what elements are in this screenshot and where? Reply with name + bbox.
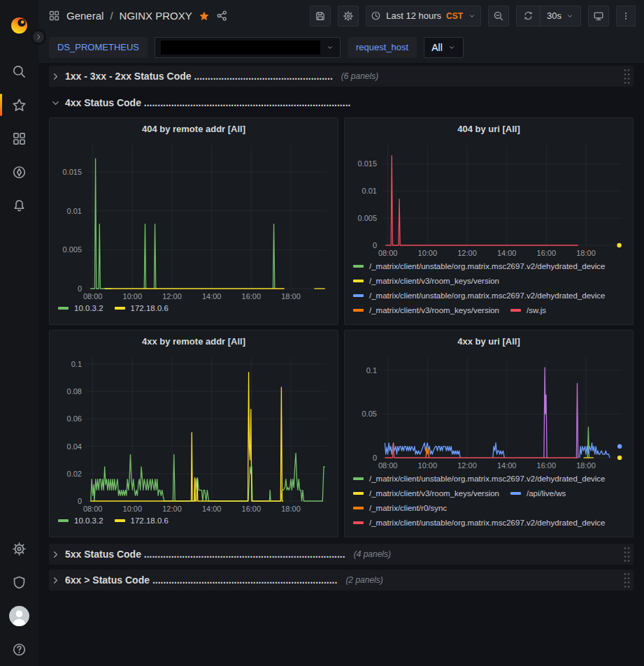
svg-text:18:00: 18:00 xyxy=(281,505,301,513)
legend-item[interactable]: 10.0.3.2 xyxy=(58,516,103,525)
legend-label: 10.0.3.2 xyxy=(74,304,103,312)
legend-label: /_matrix/client/r0/sync xyxy=(369,504,447,512)
more-menu-button[interactable] xyxy=(616,6,636,27)
dashboards-icon xyxy=(12,131,27,146)
timeseries-chart-4xx-remote-addr[interactable]: 08:0010:0012:0014:0016:0018:0000.020.040… xyxy=(55,352,332,515)
user-avatar[interactable] xyxy=(0,599,38,632)
legend-item[interactable]: /_matrix/client/v3/room_keys/version xyxy=(353,277,499,285)
variable-value-ds-prometheus[interactable] xyxy=(155,37,341,58)
panel-title[interactable]: 4xx by remote addr [All] xyxy=(55,332,332,352)
legend-item[interactable]: /_matrix/client/v3/room_keys/version xyxy=(353,489,499,498)
grafana-flame-icon xyxy=(10,15,29,35)
svg-text:0: 0 xyxy=(373,241,377,249)
legend-label: /_matrix/client/unstable/org.matrix.msc2… xyxy=(369,291,606,300)
row-header-1xx-3xx-2xx[interactable]: 1xx - 3xx - 2xx Status Code ............… xyxy=(49,66,634,87)
legend-item[interactable]: /_matrix/client/unstable/org.matrix.msc2… xyxy=(353,519,606,527)
tv-mode-button[interactable] xyxy=(588,6,609,27)
variable-value-all: All xyxy=(431,42,443,53)
zoom-out-button[interactable] xyxy=(488,6,509,27)
shield-icon xyxy=(12,575,27,590)
legend-item[interactable]: /_matrix/client/r0/sync xyxy=(353,504,447,512)
page-title[interactable]: NGINX PROXY xyxy=(120,10,192,22)
row-drag-handle[interactable] xyxy=(623,572,631,589)
star-icon xyxy=(12,98,27,113)
legend-label: /_matrix/client/unstable/org.matrix.msc2… xyxy=(369,519,606,527)
time-range-picker[interactable]: Last 12 hours CST xyxy=(366,6,481,27)
save-dashboard-button[interactable] xyxy=(310,6,331,27)
legend-item[interactable]: /_matrix/client/v3/room_keys/version xyxy=(353,306,499,314)
row-panel-count: (6 panels) xyxy=(341,71,619,81)
row-drag-handle[interactable] xyxy=(623,68,631,85)
panel-title[interactable]: 404 by uri [All] xyxy=(350,120,627,139)
legend-item[interactable]: /_matrix/client/unstable/org.matrix.msc2… xyxy=(353,291,606,300)
legend-item[interactable]: /_matrix/client/unstable/org.matrix.msc2… xyxy=(353,262,606,270)
chevron-right-icon xyxy=(35,34,42,41)
legend-item[interactable]: /sw.js xyxy=(510,306,546,314)
legend-swatch xyxy=(115,307,125,310)
svg-text:0.005: 0.005 xyxy=(357,214,377,222)
refresh-interval-label: 30s xyxy=(547,10,561,21)
sidebar xyxy=(0,0,38,666)
panel-4xx-by-uri: 4xx by uri [All] 08:0010:0012:0014:0016:… xyxy=(344,330,634,537)
sidebar-item-server-admin[interactable] xyxy=(0,565,38,599)
breadcrumb-section[interactable]: General xyxy=(66,10,103,22)
navbar: General / NGINX PROXY xyxy=(38,0,644,31)
legend-label: /sw.js xyxy=(527,306,546,314)
panel-404-by-remote-addr: 404 by remote addr [All] 08:0010:0012:00… xyxy=(49,117,338,325)
sidebar-item-alerting[interactable] xyxy=(0,189,38,222)
variable-label-ds-prometheus[interactable]: DS_PROMETHEUS xyxy=(49,37,148,58)
row-title: 5xx Status Code ........................… xyxy=(65,549,345,560)
svg-text:16:00: 16:00 xyxy=(242,292,262,301)
legend-item[interactable]: 10.0.3.2 xyxy=(58,304,103,312)
legend-item[interactable]: /_matrix/client/unstable/org.matrix.msc2… xyxy=(353,475,606,483)
timeseries-chart-404-remote-addr[interactable]: 08:0010:0012:0014:0016:0018:0000.0050.01… xyxy=(55,139,332,303)
row-header-5xx[interactable]: 5xx Status Code ........................… xyxy=(49,544,634,565)
legend-swatch xyxy=(353,477,364,480)
refresh-interval-dropdown[interactable]: 30s xyxy=(540,6,580,26)
panel-legend: 10.0.3.2172.18.0.6 xyxy=(55,304,332,319)
panel-title[interactable]: 404 by remote addr [All] xyxy=(55,120,332,139)
svg-text:08:00: 08:00 xyxy=(378,461,398,470)
svg-text:14:00: 14:00 xyxy=(202,505,222,513)
svg-text:0.06: 0.06 xyxy=(67,414,82,423)
refresh-button[interactable] xyxy=(517,6,540,26)
variable-label-request-host[interactable]: request_host xyxy=(348,37,417,58)
favorite-star-icon[interactable] xyxy=(199,10,210,22)
svg-text:14:00: 14:00 xyxy=(202,292,222,301)
dashboard-settings-button[interactable] xyxy=(338,6,359,27)
timezone-label: CST xyxy=(446,11,463,21)
panel-legend: /_matrix/client/unstable/org.matrix.msc2… xyxy=(350,262,627,320)
timeseries-chart-4xx-uri[interactable]: 08:0010:0012:0014:0016:0018:0000.050.1 xyxy=(350,352,627,472)
sidebar-item-dashboards[interactable] xyxy=(0,122,38,155)
panel-4xx-by-remote-addr: 4xx by remote addr [All] 08:0010:0012:00… xyxy=(49,330,338,537)
row-header-4xx[interactable]: 4xx Status Code ........................… xyxy=(49,92,634,113)
legend-item[interactable]: /api/live/ws xyxy=(510,489,566,498)
panel-title[interactable]: 4xx by uri [All] xyxy=(350,332,627,352)
row-header-6xx[interactable]: 6xx > Status Code ......................… xyxy=(49,570,634,591)
svg-text:0: 0 xyxy=(78,497,82,505)
svg-text:08:00: 08:00 xyxy=(83,292,103,301)
kebab-icon xyxy=(621,10,631,22)
svg-text:14:00: 14:00 xyxy=(497,249,517,257)
sidebar-item-explore[interactable] xyxy=(0,155,38,189)
chevron-right-icon xyxy=(50,549,61,560)
svg-text:0.02: 0.02 xyxy=(67,470,82,478)
legend-item[interactable]: 172.18.0.6 xyxy=(115,516,169,525)
legend-item[interactable]: 172.18.0.6 xyxy=(115,304,169,312)
save-icon xyxy=(315,10,326,22)
timeseries-chart-404-uri[interactable]: 08:0010:0012:0014:0016:0018:0000.0050.01… xyxy=(350,139,627,259)
refresh-icon xyxy=(523,10,534,21)
sidebar-item-help[interactable] xyxy=(0,632,38,666)
row-drag-handle[interactable] xyxy=(623,546,631,563)
svg-text:18:00: 18:00 xyxy=(576,461,596,470)
sidebar-expand-button[interactable] xyxy=(31,29,46,45)
svg-text:10:00: 10:00 xyxy=(123,292,143,301)
chevron-down-icon xyxy=(50,98,61,108)
legend-label: /_matrix/client/unstable/org.matrix.msc2… xyxy=(369,262,606,270)
search-icon xyxy=(12,64,27,79)
sidebar-item-search[interactable] xyxy=(0,55,38,88)
sidebar-item-starred[interactable] xyxy=(0,88,38,122)
sidebar-item-configuration[interactable] xyxy=(0,532,38,565)
share-icon[interactable] xyxy=(216,10,228,22)
variable-value-request-host[interactable]: All xyxy=(424,37,464,58)
